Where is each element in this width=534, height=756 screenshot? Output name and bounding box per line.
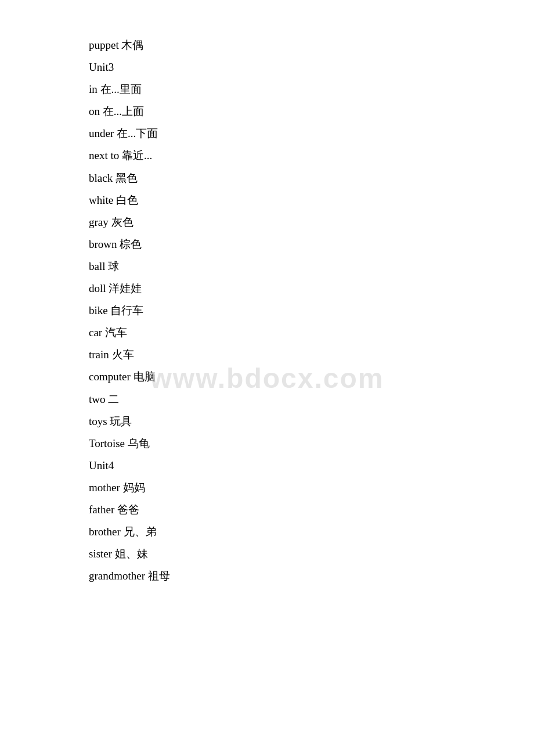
vocab-item: white 白色: [89, 190, 534, 211]
vocab-item: black 黑色: [89, 168, 534, 189]
vocab-item: under 在...下面: [89, 123, 534, 144]
vocab-item: ball 球: [89, 256, 534, 277]
vocab-item: brother 兄、弟: [89, 521, 534, 542]
vocab-item: two 二: [89, 389, 534, 410]
vocab-item: on 在...上面: [89, 101, 534, 122]
vocab-item: puppet 木偶: [89, 35, 534, 56]
vocab-item: doll 洋娃娃: [89, 278, 534, 299]
vocab-item: computer 电脑: [89, 366, 534, 387]
vocab-item: bike 自行车: [89, 300, 534, 321]
vocab-item: gray 灰色: [89, 212, 534, 233]
vocab-item: car 汽车: [89, 322, 534, 343]
vocabulary-list: puppet 木偶Unit3in 在...里面on 在...上面under 在.…: [0, 0, 534, 622]
vocab-item: brown 棕色: [89, 234, 534, 255]
vocab-item: mother 妈妈: [89, 477, 534, 498]
vocab-item: toys 玩具: [89, 411, 534, 432]
vocab-item: next to 靠近...: [89, 145, 534, 166]
vocab-item: train 火车: [89, 344, 534, 365]
unit-label: Unit4: [89, 455, 534, 476]
vocab-item: in 在...里面: [89, 79, 534, 100]
vocab-item: sister 姐、妹: [89, 543, 534, 564]
vocab-item: father 爸爸: [89, 499, 534, 520]
unit-label: Unit3: [89, 57, 534, 78]
vocab-item: Tortoise 乌龟: [89, 433, 534, 454]
vocab-item: grandmother 祖母: [89, 566, 534, 586]
